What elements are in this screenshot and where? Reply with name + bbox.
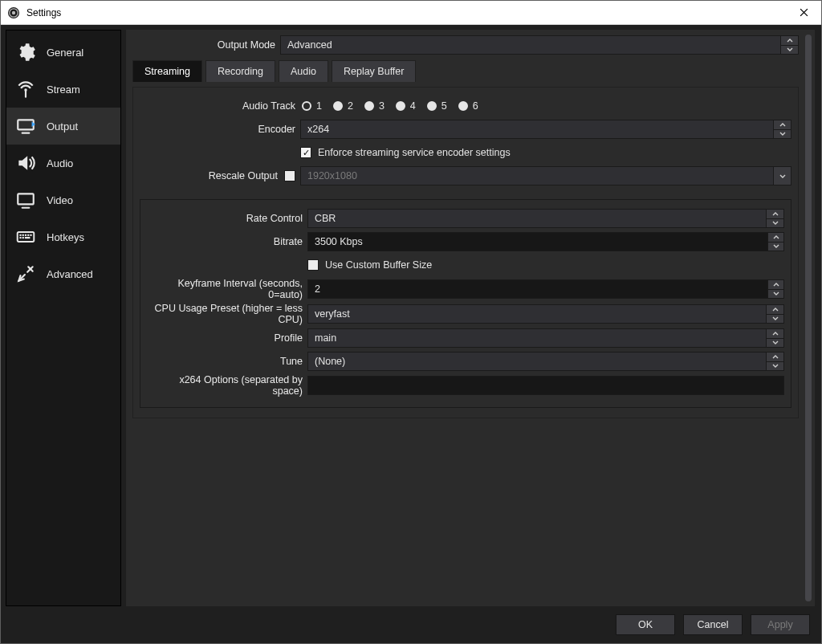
svg-rect-13 xyxy=(22,237,24,238)
sidebar-item-output[interactable]: Output xyxy=(6,108,120,145)
svg-rect-7 xyxy=(19,234,21,236)
audio-track-2[interactable]: 2 xyxy=(333,100,353,112)
rescale-select[interactable]: 1920x1080 xyxy=(300,166,791,185)
svg-rect-9 xyxy=(25,234,26,236)
audio-track-3[interactable]: 3 xyxy=(364,100,385,112)
audio-track-label: Audio Track xyxy=(140,100,300,112)
sidebar-item-hotkeys[interactable]: Hotkeys xyxy=(6,218,120,255)
bitrate-value: 3500 Kbps xyxy=(315,236,363,247)
streaming-tab-panel: Audio Track 1 2 3 4 5 6 xyxy=(132,87,799,418)
audio-track-1[interactable]: 1 xyxy=(302,100,322,112)
sidebar-item-label: Output xyxy=(47,120,78,132)
svg-rect-4 xyxy=(18,120,34,129)
bitrate-label: Bitrate xyxy=(147,236,307,247)
profile-value: main xyxy=(315,332,336,344)
sidebar-item-audio[interactable]: Audio xyxy=(6,145,120,181)
titlebar: Settings xyxy=(1,1,821,25)
obs-icon xyxy=(7,6,20,19)
custom-buffer-checkbox-row[interactable]: Use Custom Buffer Size xyxy=(307,259,784,271)
settings-main: Output Mode Advanced Streaming Recording xyxy=(126,30,805,606)
tune-select[interactable]: (None) xyxy=(307,352,784,371)
tab-recording[interactable]: Recording xyxy=(206,60,275,82)
svg-rect-8 xyxy=(22,234,24,236)
tab-streaming[interactable]: Streaming xyxy=(132,60,202,82)
output-mode-label: Output Mode xyxy=(132,39,280,51)
sidebar-item-label: Audio xyxy=(47,157,73,169)
svg-rect-11 xyxy=(30,234,31,236)
tab-audio[interactable]: Audio xyxy=(279,60,328,82)
x264-options-input[interactable] xyxy=(307,376,784,395)
tune-value: (None) xyxy=(315,356,345,367)
encoder-value: x264 xyxy=(307,124,329,135)
audio-track-6[interactable]: 6 xyxy=(458,100,478,112)
antenna-icon xyxy=(14,78,37,100)
svg-rect-10 xyxy=(27,234,29,236)
ok-button[interactable]: OK xyxy=(616,614,675,635)
enforce-label: Enforce streaming service encoder settin… xyxy=(318,147,511,158)
sidebar-item-label: Advanced xyxy=(47,268,93,280)
cpu-preset-select[interactable]: veryfast xyxy=(307,304,784,324)
settings-window: Settings General Stream xyxy=(0,0,822,644)
checkbox-icon xyxy=(307,259,319,271)
keyboard-icon xyxy=(14,226,37,248)
profile-select[interactable]: main xyxy=(307,328,784,348)
custom-buffer-label: Use Custom Buffer Size xyxy=(325,259,432,271)
scrollbar[interactable] xyxy=(805,35,812,601)
window-title: Settings xyxy=(26,7,61,18)
audio-track-5[interactable]: 5 xyxy=(427,100,447,112)
x264-options-label: x264 Options (separated by space) xyxy=(147,374,307,397)
sidebar-item-stream[interactable]: Stream xyxy=(6,71,120,108)
audio-track-4[interactable]: 4 xyxy=(396,100,416,112)
encoder-label: Encoder xyxy=(140,124,300,135)
rate-control-label: Rate Control xyxy=(147,213,307,224)
encoder-settings-panel: Rate Control CBR Bitrate xyxy=(140,199,791,408)
output-mode-value: Advanced xyxy=(287,39,332,51)
dialog-footer: OK Cancel Apply xyxy=(1,606,821,643)
sidebar-item-label: General xyxy=(47,47,83,59)
rescale-checkbox[interactable] xyxy=(284,170,295,181)
sidebar-item-label: Stream xyxy=(47,84,80,96)
sidebar-item-video[interactable]: Video xyxy=(6,181,120,218)
close-button[interactable] xyxy=(792,5,815,21)
svg-rect-5 xyxy=(18,194,34,204)
keyframe-label: Keyframe Interval (seconds, 0=auto) xyxy=(147,278,307,300)
audio-track-group: 1 2 3 4 5 6 xyxy=(300,100,791,112)
svg-rect-12 xyxy=(19,237,21,238)
encoder-select[interactable]: x264 xyxy=(300,120,791,139)
output-icon xyxy=(14,115,37,137)
keyframe-input[interactable]: 2 xyxy=(307,279,784,299)
output-mode-select[interactable]: Advanced xyxy=(280,35,799,55)
sidebar-item-advanced[interactable]: Advanced xyxy=(6,255,120,292)
tools-icon xyxy=(14,263,37,285)
enforce-checkbox-row[interactable]: Enforce streaming service encoder settin… xyxy=(300,147,791,158)
output-tabs: Streaming Recording Audio Replay Buffer xyxy=(132,60,799,82)
window-body: General Stream Output xyxy=(1,25,821,643)
scrollbar-thumb[interactable] xyxy=(805,35,812,601)
bitrate-input[interactable]: 3500 Kbps xyxy=(307,232,784,251)
rescale-label: Rescale Output xyxy=(209,170,278,181)
tune-label: Tune xyxy=(147,356,307,367)
gear-icon xyxy=(14,41,37,63)
cancel-button[interactable]: Cancel xyxy=(683,614,743,635)
speaker-icon xyxy=(14,152,37,174)
cpu-preset-label: CPU Usage Preset (higher = less CPU) xyxy=(147,303,307,325)
tab-replay-buffer[interactable]: Replay Buffer xyxy=(332,60,417,82)
monitor-icon xyxy=(14,189,37,211)
sidebar-item-general[interactable]: General xyxy=(6,34,120,71)
apply-button[interactable]: Apply xyxy=(751,614,810,635)
rate-control-select[interactable]: CBR xyxy=(307,209,784,228)
cpu-preset-value: veryfast xyxy=(315,308,350,320)
profile-label: Profile xyxy=(147,332,307,344)
settings-sidebar: General Stream Output xyxy=(6,30,121,606)
sidebar-item-label: Video xyxy=(47,194,73,206)
checkbox-icon xyxy=(300,147,311,158)
keyframe-value: 2 xyxy=(315,283,320,295)
svg-rect-14 xyxy=(25,237,30,238)
svg-point-2 xyxy=(12,10,15,14)
rescale-value: 1920x1080 xyxy=(307,170,357,181)
sidebar-item-label: Hotkeys xyxy=(47,231,84,243)
rate-control-value: CBR xyxy=(315,213,336,224)
